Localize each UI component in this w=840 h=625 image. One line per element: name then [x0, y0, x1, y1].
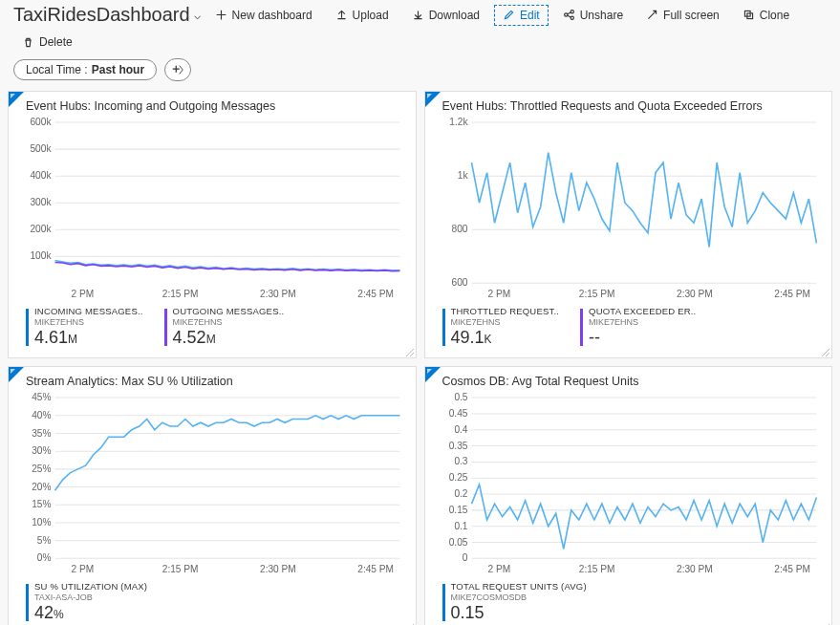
svg-text:300k: 300k: [31, 197, 53, 207]
legend-color-bar: [580, 309, 583, 346]
new-dashboard-button[interactable]: New dashboard: [206, 5, 321, 26]
unshare-button[interactable]: Unshare: [554, 5, 632, 26]
add-filter-button[interactable]: [164, 58, 191, 81]
tile-eventhubs-throttled[interactable]: Event Hubs: Throttled Requests and Quota…: [424, 91, 833, 358]
legend: TOTAL REQUEST UNITS (AVG)MIKE7COSMOSDB0.…: [425, 576, 832, 623]
svg-text:0.1: 0.1: [454, 521, 467, 531]
dashboard-title-dropdown[interactable]: TaxiRidesDashboard ⌵: [13, 4, 201, 26]
legend: INCOMING MESSAGES..MIKE7EHNS4.61MOUTGOIN…: [9, 301, 416, 348]
resize-handle-icon[interactable]: [404, 346, 414, 356]
delete-button[interactable]: Delete: [13, 32, 81, 53]
legend-sub: TAXI-ASA-JOB: [34, 593, 147, 602]
tile-title: Cosmos DB: Avg Total Request Units: [425, 373, 832, 392]
svg-text:2:15 PM: 2:15 PM: [162, 289, 199, 299]
svg-text:2:45 PM: 2:45 PM: [357, 289, 394, 299]
svg-text:800: 800: [451, 224, 467, 234]
tile-menu-icon[interactable]: [425, 367, 441, 382]
legend-value: --: [589, 328, 696, 348]
legend-item[interactable]: QUOTA EXCEEDED ER..MIKE7EHNS--: [580, 307, 696, 348]
svg-text:0.5: 0.5: [454, 392, 467, 402]
svg-text:2:15 PM: 2:15 PM: [578, 289, 614, 299]
svg-text:5%: 5%: [37, 535, 52, 546]
chevron-down-icon: ⌵: [194, 9, 201, 22]
tile-menu-icon[interactable]: [9, 367, 24, 382]
svg-text:35%: 35%: [32, 428, 51, 439]
tile-stream-analytics[interactable]: Stream Analytics: Max SU % Utilization 0…: [8, 366, 417, 625]
svg-text:0.2: 0.2: [454, 488, 467, 499]
legend-sub: MIKE7EHNS: [173, 317, 285, 327]
legend-item[interactable]: INCOMING MESSAGES..MIKE7EHNS4.61M: [26, 307, 143, 348]
legend-value: 49.1K: [451, 328, 560, 348]
edit-button[interactable]: Edit: [494, 5, 549, 26]
legend-color-bar: [26, 584, 29, 621]
tile-eventhubs-messages[interactable]: Event Hubs: Incoming and Outgoing Messag…: [8, 91, 417, 358]
time-filter-pill[interactable]: Local Time : Past hour: [13, 59, 157, 80]
svg-text:1k: 1k: [457, 170, 468, 181]
svg-point-2: [571, 16, 573, 19]
svg-text:0.05: 0.05: [448, 537, 467, 548]
legend-color-bar: [26, 309, 29, 346]
svg-text:2:30 PM: 2:30 PM: [677, 564, 713, 574]
resize-handle-icon[interactable]: [820, 621, 829, 625]
svg-text:30%: 30%: [32, 445, 51, 456]
legend-name: OUTGOING MESSAGES..: [173, 307, 285, 317]
legend-color-bar: [164, 309, 167, 346]
legend-value: 0.15: [451, 603, 587, 623]
svg-text:600: 600: [451, 277, 467, 288]
upload-button[interactable]: Upload: [327, 5, 398, 26]
chart: 00.050.10.150.20.250.30.350.40.450.52 PM…: [435, 392, 823, 576]
legend-sub: MIKE7EHNS: [589, 317, 696, 327]
svg-text:2:30 PM: 2:30 PM: [260, 564, 296, 574]
legend: SU % UTILIZATION (MAX)TAXI-ASA-JOB42%: [9, 576, 416, 623]
svg-text:2 PM: 2 PM: [72, 564, 95, 574]
tile-cosmosdb[interactable]: Cosmos DB: Avg Total Request Units 00.05…: [424, 366, 833, 625]
clone-button[interactable]: Clone: [734, 5, 798, 26]
svg-text:0: 0: [462, 552, 467, 563]
svg-text:20%: 20%: [32, 482, 51, 492]
svg-text:2:45 PM: 2:45 PM: [774, 289, 810, 299]
tile-title: Event Hubs: Throttled Requests and Quota…: [425, 97, 832, 117]
legend-item[interactable]: THROTTLED REQUEST..MIKE7EHNS49.1K: [442, 307, 560, 348]
svg-text:2:45 PM: 2:45 PM: [774, 564, 810, 574]
svg-text:15%: 15%: [32, 499, 51, 509]
svg-text:0.3: 0.3: [454, 456, 467, 466]
legend-value: 4.61M: [34, 328, 143, 348]
svg-point-1: [571, 11, 573, 13]
resize-handle-icon[interactable]: [820, 346, 829, 356]
svg-text:2:15 PM: 2:15 PM: [162, 564, 199, 574]
svg-text:0.25: 0.25: [448, 472, 467, 483]
svg-text:2:30 PM: 2:30 PM: [677, 289, 713, 299]
chart: 0%5%10%15%20%25%30%35%40%45%2 PM2:15 PM2…: [18, 392, 406, 576]
legend-name: QUOTA EXCEEDED ER..: [589, 307, 696, 317]
svg-text:600k: 600k: [31, 117, 53, 127]
tile-grid: Event Hubs: Incoming and Outgoing Messag…: [0, 91, 840, 625]
tile-menu-icon[interactable]: [425, 92, 441, 107]
legend-name: TOTAL REQUEST UNITS (AVG): [451, 582, 587, 593]
svg-text:0.15: 0.15: [448, 505, 467, 515]
svg-text:40%: 40%: [32, 410, 51, 420]
tile-menu-icon[interactable]: [9, 92, 24, 107]
fullscreen-button[interactable]: Full screen: [637, 5, 728, 26]
svg-text:25%: 25%: [32, 463, 51, 474]
legend-name: SU % UTILIZATION (MAX): [34, 582, 147, 593]
legend-item[interactable]: TOTAL REQUEST UNITS (AVG)MIKE7COSMOSDB0.…: [442, 582, 587, 623]
download-button[interactable]: Download: [403, 5, 488, 26]
legend-sub: MIKE7COSMOSDB: [451, 593, 587, 602]
dashboard-title: TaxiRidesDashboard: [13, 4, 190, 26]
tile-title: Event Hubs: Incoming and Outgoing Messag…: [9, 97, 416, 117]
legend-item[interactable]: OUTGOING MESSAGES..MIKE7EHNS4.52M: [164, 307, 285, 348]
svg-text:2 PM: 2 PM: [487, 289, 510, 299]
legend-value: 4.52M: [173, 328, 285, 348]
svg-text:2:30 PM: 2:30 PM: [260, 289, 296, 299]
svg-text:0.45: 0.45: [448, 408, 467, 419]
chart: 6008001k1.2k2 PM2:15 PM2:30 PM2:45 PM: [435, 117, 823, 301]
legend-value: 42%: [34, 603, 147, 623]
tile-title: Stream Analytics: Max SU % Utilization: [9, 373, 416, 392]
svg-text:10%: 10%: [32, 517, 51, 528]
resize-handle-icon[interactable]: [404, 621, 414, 625]
legend-name: THROTTLED REQUEST..: [451, 307, 560, 317]
chart: 100k200k300k400k500k600k2 PM2:15 PM2:30 …: [18, 117, 406, 301]
legend-item[interactable]: SU % UTILIZATION (MAX)TAXI-ASA-JOB42%: [26, 582, 147, 623]
legend-color-bar: [442, 584, 445, 621]
svg-text:200k: 200k: [31, 224, 53, 234]
